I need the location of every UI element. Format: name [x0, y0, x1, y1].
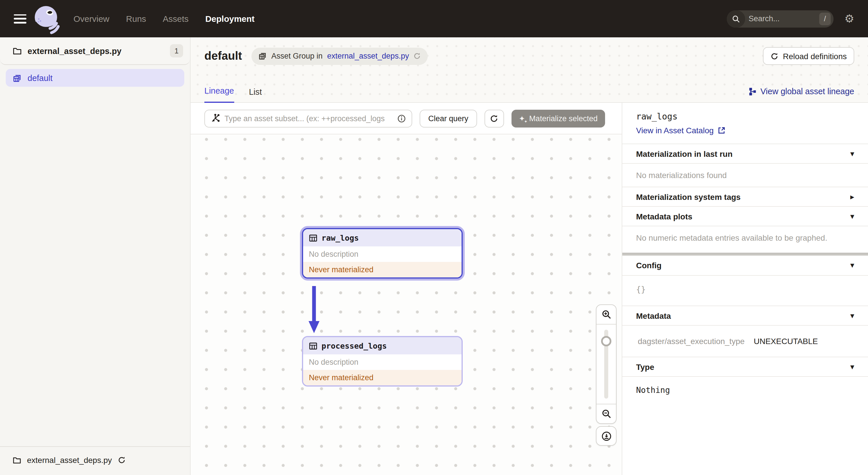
asset-group-icon [12, 73, 22, 82]
zoom-control [596, 304, 617, 424]
folder-icon [12, 456, 21, 464]
info-icon[interactable] [397, 114, 406, 123]
hamburger-menu-icon[interactable] [14, 14, 26, 23]
section-label: Metadata [636, 311, 671, 320]
section-config[interactable]: Config ▼ [622, 256, 868, 275]
asset-node-raw-logs[interactable]: raw_logs No description Never materializ… [302, 228, 463, 278]
download-graph-button[interactable] [596, 426, 617, 446]
zoom-slider-thumb[interactable] [601, 336, 611, 346]
reload-definitions-label: Reload definitions [783, 51, 847, 61]
chevron-right-icon: ▶ [850, 194, 854, 200]
code-location-name: external_asset_deps.py [28, 46, 121, 55]
main-nav: Overview Runs Assets Deployment [73, 14, 255, 24]
page-title: default [205, 50, 242, 63]
search-shortcut-badge: / [819, 12, 831, 25]
sidebar-item-default-group[interactable]: default [6, 69, 184, 87]
tab-bar: Lineage List View global a [191, 86, 868, 103]
metadata-key: dagster/asset_execution_type [622, 336, 754, 346]
group-label: default [28, 73, 53, 82]
asset-description: No description [303, 246, 462, 262]
section-label: Metadata plots [636, 212, 692, 221]
asset-query-box[interactable] [205, 110, 412, 127]
chevron-down-icon: ▼ [850, 151, 854, 156]
folder-icon [12, 46, 22, 55]
asset-node-processed-logs[interactable]: processed_logs No description Never mate… [302, 336, 463, 387]
tab-list[interactable]: List [249, 87, 262, 103]
clear-query-button[interactable]: Clear query [420, 110, 477, 127]
reload-location-icon[interactable] [118, 456, 126, 464]
search-icon [727, 10, 745, 27]
settings-gear-icon[interactable]: ⚙ [844, 13, 854, 24]
lineage-canvas[interactable]: raw_logs No description Never materializ… [191, 135, 622, 475]
section-metadata[interactable]: Metadata ▼ [622, 305, 868, 325]
panel-asset-title: raw_logs [636, 112, 854, 122]
type-value: Nothing [622, 376, 868, 403]
lineage-edge-arrow [305, 286, 323, 334]
metadata-plots-empty-text: No numeric metadata entries available to… [622, 226, 868, 253]
zoom-slider[interactable] [596, 325, 616, 404]
section-type[interactable]: Type ▼ [622, 357, 868, 376]
reload-definitions-button[interactable]: Reload definitions [763, 47, 854, 65]
nav-item-overview[interactable]: Overview [73, 14, 110, 24]
external-link-icon [718, 126, 725, 135]
chip-prefix: Asset Group in [271, 52, 322, 60]
panel-resize-divider[interactable] [622, 253, 868, 256]
zoom-in-button[interactable] [596, 305, 616, 325]
sparkle-icon: ✦ [519, 114, 525, 123]
global-lineage-label: View global asset lineage [761, 87, 854, 96]
asset-query-input[interactable] [224, 114, 393, 123]
chevron-down-icon: ▼ [850, 364, 854, 369]
asset-status: Never materialized [303, 370, 462, 385]
metadata-row: dagster/asset_execution_type UNEXECUTABL… [622, 325, 868, 357]
refresh-graph-button[interactable] [485, 110, 504, 127]
asset-name: raw_logs [321, 233, 359, 242]
sidebar-code-location[interactable]: external_asset_deps.py 1 [0, 37, 190, 65]
chevron-down-icon: ▼ [850, 313, 854, 319]
sidebar-footer: external_asset_deps.py [0, 446, 190, 475]
lineage-toolbar: Clear query ✦ Materialize selected [191, 103, 622, 135]
footer-code-location-name: external_asset_deps.py [27, 455, 112, 465]
materialize-selected-button[interactable]: ✦ Materialize selected [512, 110, 605, 127]
reload-chip-icon[interactable] [414, 52, 421, 60]
view-global-asset-lineage-link[interactable]: View global asset lineage [748, 87, 854, 103]
asset-status: Never materialized [303, 262, 462, 277]
config-value: {} [622, 275, 868, 305]
metadata-value: UNEXECUTABLE [754, 336, 818, 346]
search-input[interactable] [745, 14, 819, 23]
section-label: Materialization in last run [636, 149, 733, 158]
global-search[interactable]: / [727, 10, 834, 27]
asset-count-badge: 1 [170, 44, 183, 57]
chevron-down-icon: ▼ [850, 213, 854, 219]
tab-lineage[interactable]: Lineage [205, 86, 234, 103]
page-header: default Asset Group in e [191, 37, 868, 103]
zoom-out-button[interactable] [596, 404, 616, 423]
section-materialization-system-tags[interactable]: Materialization system tags ▶ [622, 187, 868, 206]
section-label: Config [636, 261, 662, 270]
view-in-asset-catalog-link[interactable]: View in Asset Catalog [636, 126, 854, 135]
left-sidebar: external_asset_deps.py 1 default [0, 37, 191, 475]
reload-icon [770, 52, 778, 60]
nav-item-runs[interactable]: Runs [126, 14, 146, 24]
nav-item-deployment[interactable]: Deployment [205, 14, 255, 24]
asset-description: No description [303, 354, 462, 370]
asset-group-icon [258, 52, 267, 60]
asset-name: processed_logs [321, 341, 387, 350]
section-label: Type [636, 362, 654, 371]
materialization-empty-text: No materializations found [622, 163, 868, 187]
nav-item-assets[interactable]: Assets [163, 14, 189, 24]
app-window: Overview Runs Assets Deployment / ⚙ [0, 0, 868, 475]
section-materialization-last-run[interactable]: Materialization in last run ▼ [622, 144, 868, 163]
lineage-graph-icon [748, 87, 756, 96]
chip-location-link[interactable]: external_asset_deps.py [327, 52, 409, 60]
section-label: Materialization system tags [636, 192, 741, 201]
asset-detail-panel: raw_logs View in Asset Catalog Materiali… [622, 103, 868, 475]
catalog-link-label: View in Asset Catalog [636, 126, 714, 135]
top-navbar: Overview Runs Assets Deployment / ⚙ [0, 0, 868, 37]
table-icon [309, 234, 317, 242]
table-icon [309, 342, 317, 350]
dagster-logo-icon[interactable] [33, 4, 60, 35]
chevron-down-icon: ▼ [850, 263, 854, 268]
materialize-label: Materialize selected [529, 114, 598, 123]
asset-group-chip: Asset Group in external_asset_deps.py [251, 48, 428, 65]
section-metadata-plots[interactable]: Metadata plots ▼ [622, 206, 868, 226]
